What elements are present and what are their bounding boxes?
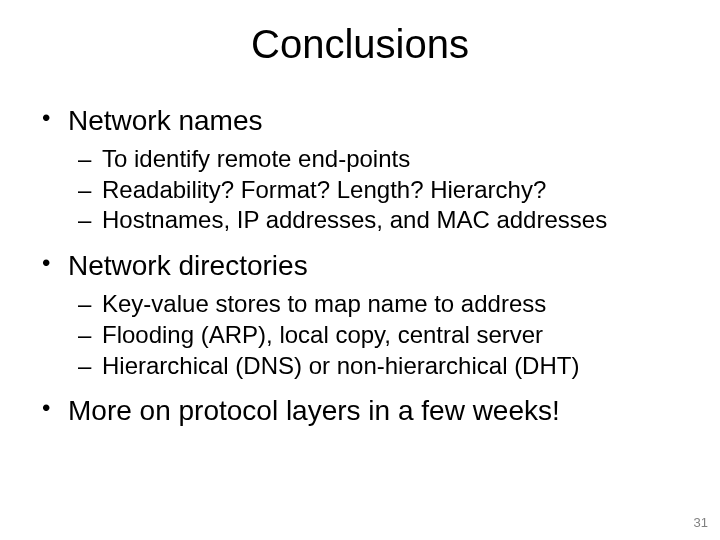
slide-title: Conclusions <box>36 22 684 67</box>
bullet-text: Network directories <box>68 250 308 281</box>
bullet-item: More on protocol layers in a few weeks! <box>36 393 684 428</box>
sub-bullet-item: To identify remote end-points <box>68 144 684 175</box>
sub-bullet-item: Key-value stores to map name to address <box>68 289 684 320</box>
sub-bullet-list: Key-value stores to map name to address … <box>68 289 684 381</box>
sub-bullet-list: To identify remote end-points Readabilit… <box>68 144 684 236</box>
bullet-list: Network names To identify remote end-poi… <box>36 103 684 428</box>
bullet-item: Network names To identify remote end-poi… <box>36 103 684 236</box>
page-number: 31 <box>694 515 708 530</box>
sub-bullet-item: Hierarchical (DNS) or non-hierarchical (… <box>68 351 684 382</box>
bullet-text: More on protocol layers in a few weeks! <box>68 395 560 426</box>
bullet-text: Network names <box>68 105 263 136</box>
bullet-item: Network directories Key-value stores to … <box>36 248 684 381</box>
slide: Conclusions Network names To identify re… <box>0 0 720 540</box>
sub-bullet-item: Readability? Format? Length? Hierarchy? <box>68 175 684 206</box>
sub-bullet-item: Flooding (ARP), local copy, central serv… <box>68 320 684 351</box>
sub-bullet-item: Hostnames, IP addresses, and MAC address… <box>68 205 684 236</box>
